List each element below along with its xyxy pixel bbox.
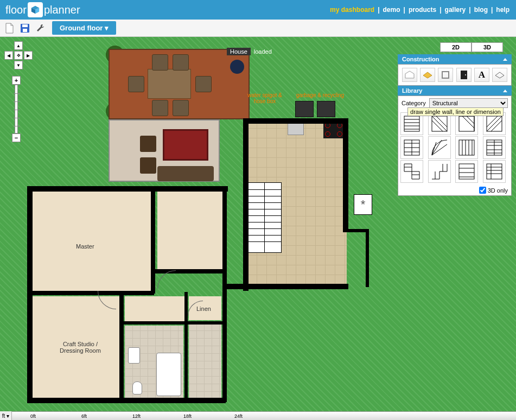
- zoom-controls: + −: [12, 76, 21, 142]
- tool-surface[interactable]: [420, 68, 435, 82]
- category-label: Category: [402, 100, 426, 106]
- deck-chair[interactable]: [195, 76, 212, 92]
- annotation-spigot: water spigot & hose box: [246, 92, 284, 104]
- library-item[interactable]: [483, 136, 506, 159]
- tool-line[interactable]: [492, 68, 507, 82]
- nav-my-dashboard[interactable]: my dashboard: [329, 6, 375, 14]
- 3d-only-checkbox[interactable]: [479, 187, 486, 194]
- deck-area[interactable]: [109, 49, 250, 119]
- armchair[interactable]: [140, 157, 156, 174]
- floor-selector[interactable]: Ground floor ▾: [52, 21, 116, 35]
- floorplan[interactable]: House loaded water spigot & hose box gar…: [0, 37, 358, 420]
- deck-chair[interactable]: [173, 54, 189, 71]
- svg-line-30: [432, 142, 436, 155]
- deck-chair[interactable]: [173, 100, 189, 116]
- svg-line-32: [432, 144, 447, 155]
- bath-sink[interactable]: [128, 347, 140, 364]
- save-icon[interactable]: [18, 22, 31, 35]
- 3d-only-label: 3D only: [488, 187, 508, 194]
- armchair[interactable]: [140, 136, 156, 152]
- library-item[interactable]: [400, 136, 423, 159]
- svg-line-22: [487, 116, 502, 131]
- deck-table[interactable]: [148, 69, 191, 99]
- logo-text-right: planner: [44, 4, 80, 16]
- bathtub[interactable]: [156, 353, 181, 396]
- stairs[interactable]: [247, 182, 282, 253]
- main-nav: my dashboard | demo | products | gallery…: [329, 6, 511, 14]
- pan-center-button[interactable]: ✥: [14, 51, 23, 60]
- new-file-icon[interactable]: [3, 22, 16, 35]
- settings-wrench-icon[interactable]: [34, 22, 47, 35]
- library-item[interactable]: [400, 160, 423, 183]
- construction-panel-body: A draw single wall, line or dimension: [398, 64, 512, 86]
- ruler-mark: 24ft: [234, 413, 243, 419]
- grill[interactable]: [230, 60, 244, 74]
- tool-room[interactable]: [402, 68, 417, 82]
- library-title: Library: [402, 87, 422, 94]
- bin[interactable]: [317, 101, 335, 117]
- label-craft: Craft Studio / Dressing Room: [53, 341, 107, 354]
- toilet[interactable]: [132, 381, 142, 394]
- library-item[interactable]: [483, 160, 506, 183]
- zoom-in-button[interactable]: +: [12, 76, 21, 85]
- zoom-out-button[interactable]: −: [12, 133, 21, 142]
- deck-chair[interactable]: [152, 100, 168, 116]
- pan-down-button[interactable]: ▼: [14, 61, 23, 69]
- ruler-unit-select[interactable]: ft ▾: [0, 411, 12, 420]
- svg-rect-7: [461, 71, 467, 79]
- pan-right-button[interactable]: ▶: [24, 51, 33, 60]
- category-select[interactable]: Structural: [429, 98, 508, 108]
- ruler-mark: 0ft: [30, 413, 36, 419]
- label-master: Master: [76, 243, 94, 250]
- nav-demo[interactable]: demo: [382, 6, 402, 14]
- wildcard-element[interactable]: *: [354, 194, 372, 215]
- pan-controls: ▲ ◀ ✥ ▶ ▼: [4, 41, 33, 69]
- pan-left-button[interactable]: ◀: [4, 51, 13, 60]
- hallway[interactable]: [125, 296, 184, 323]
- deck-chair[interactable]: [152, 54, 168, 71]
- tool-wall[interactable]: [438, 68, 453, 82]
- svg-line-20: [467, 116, 474, 124]
- hallway2[interactable]: [189, 323, 221, 399]
- library-panel-header[interactable]: Library: [398, 86, 512, 96]
- svg-rect-52: [487, 164, 502, 179]
- tool-tooltip: draw single wall, line or dimension: [407, 107, 504, 116]
- tool-text[interactable]: A: [474, 68, 489, 82]
- pan-up-button[interactable]: ▲: [14, 41, 23, 50]
- room-master[interactable]: [33, 190, 152, 291]
- nav-products[interactable]: products: [407, 6, 437, 14]
- ruler: ft ▾ 0ft 6ft 12ft 18ft 24ft: [0, 411, 516, 420]
- library-grid[interactable]: [398, 110, 511, 185]
- room-bedroom2[interactable]: [157, 190, 222, 269]
- view-2d-button[interactable]: 2D: [440, 42, 472, 52]
- sofa[interactable]: [157, 166, 214, 181]
- nav-help[interactable]: help: [495, 6, 511, 14]
- rug[interactable]: [163, 129, 208, 161]
- logo-cube-icon: [28, 2, 43, 17]
- logo-text-left: floor: [5, 4, 27, 16]
- side-panels: Construction A draw single wall, line or…: [398, 54, 512, 196]
- nav-blog[interactable]: blog: [473, 6, 489, 14]
- svg-line-16: [432, 120, 443, 131]
- ruler-mark: 12ft: [132, 413, 141, 419]
- library-item[interactable]: [428, 160, 451, 183]
- construction-title: Construction: [402, 56, 439, 62]
- library-item[interactable]: [455, 136, 478, 159]
- library-item[interactable]: [428, 136, 451, 159]
- nav-gallery[interactable]: gallery: [444, 6, 467, 14]
- collapse-icon: [503, 90, 507, 92]
- svg-line-15: [432, 116, 447, 131]
- view-3d-button[interactable]: 3D: [472, 42, 503, 52]
- toolbar: Ground floor ▾: [0, 20, 516, 37]
- app-header: floor planner my dashboard | demo | prod…: [0, 0, 516, 20]
- zoom-slider[interactable]: [15, 85, 18, 133]
- logo[interactable]: floor planner: [5, 2, 80, 17]
- deck-chair[interactable]: [128, 76, 144, 92]
- collapse-icon: [503, 58, 507, 61]
- tool-door[interactable]: [456, 68, 472, 82]
- svg-line-31: [432, 140, 442, 155]
- construction-panel-header[interactable]: Construction: [398, 54, 512, 64]
- annotation-garbage: garbage & recycling: [293, 92, 347, 98]
- library-item[interactable]: [455, 160, 478, 183]
- bin[interactable]: [295, 101, 314, 117]
